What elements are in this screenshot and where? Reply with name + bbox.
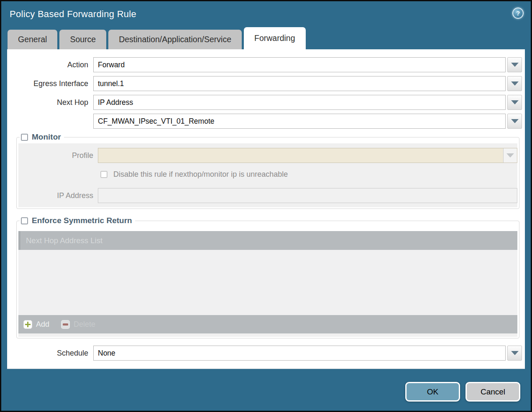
table-toolbar: Add Delete: [18, 315, 517, 333]
monitor-checkbox[interactable]: [21, 134, 28, 141]
dialog-footer: OK Cancel: [405, 382, 520, 402]
ok-button[interactable]: OK: [405, 382, 460, 402]
next-hop-type-select[interactable]: IP Address: [93, 95, 506, 110]
schedule-row: Schedule None: [7, 346, 522, 361]
tab-destination-application-service[interactable]: Destination/Application/Service: [108, 30, 242, 49]
action-value: Forward: [98, 61, 125, 69]
page-title: Policy Based Forwarding Rule: [10, 9, 136, 20]
action-dropdown-button[interactable]: [507, 57, 522, 72]
enforce-symmetric-return-fieldset: Enforce Symmetric Return Next Hop Addres…: [16, 216, 519, 338]
chevron-down-icon: [506, 153, 514, 158]
next-hop-address-list-table: Next Hop Address List Add Delete: [18, 231, 517, 337]
next-hop-address-value: CF_MWAN_IPsec_VTI_01_Remote: [98, 117, 214, 126]
pbf-rule-dialog: Policy Based Forwarding Rule ? General S…: [0, 0, 532, 412]
add-button-disabled: Add: [23, 320, 49, 329]
chevron-down-icon: [511, 81, 519, 86]
titlebar: Policy Based Forwarding Rule: [1, 1, 531, 27]
next-hop-address-dropdown-button[interactable]: [507, 114, 522, 129]
tab-bar: General Source Destination/Application/S…: [1, 27, 531, 49]
next-hop-address-row: CF_MWAN_IPsec_VTI_01_Remote: [7, 114, 522, 129]
enforce-symmetric-return-checkbox[interactable]: [21, 217, 28, 224]
profile-dropdown-button-disabled: [503, 148, 517, 163]
next-hop-label: Next Hop: [7, 98, 93, 107]
forwarding-tab-panel: Action Forward Egress Interface tunnel.1…: [7, 49, 525, 369]
egress-interface-select[interactable]: tunnel.1: [93, 76, 506, 91]
monitor-legend: Monitor: [20, 132, 64, 142]
egress-interface-row: Egress Interface tunnel.1: [7, 76, 522, 91]
egress-interface-dropdown-button[interactable]: [507, 76, 522, 91]
action-label: Action: [7, 61, 93, 69]
help-icon[interactable]: ?: [512, 8, 524, 19]
monitor-ip-address-row: IP Address: [18, 188, 517, 203]
delete-minus-icon: [61, 320, 70, 329]
profile-label: Profile: [18, 151, 98, 160]
chevron-down-icon: [511, 351, 519, 355]
action-select[interactable]: Forward: [93, 57, 506, 72]
delete-button-label: Delete: [74, 320, 95, 329]
profile-select-disabled: [98, 148, 517, 163]
add-plus-icon: [23, 320, 32, 329]
cancel-button[interactable]: Cancel: [466, 382, 520, 402]
disable-rule-row: Disable this rule if nexthop/monitor ip …: [100, 170, 517, 179]
disable-rule-label: Disable this rule if nexthop/monitor ip …: [113, 170, 288, 179]
schedule-label: Schedule: [7, 349, 93, 358]
next-hop-row: Next Hop IP Address: [7, 95, 522, 110]
chevron-down-icon: [511, 100, 519, 104]
egress-interface-value: tunnel.1: [98, 79, 124, 88]
next-hop-dropdown-button[interactable]: [507, 95, 522, 110]
enforce-symmetric-return-legend: Enforce Symmetric Return: [20, 216, 135, 225]
next-hop-address-list-body: [18, 250, 517, 315]
monitor-ip-address-input-disabled: [98, 188, 517, 203]
action-row: Action Forward: [7, 57, 522, 72]
monitor-ip-address-label: IP Address: [18, 191, 98, 200]
schedule-select[interactable]: None: [93, 346, 506, 361]
tab-source[interactable]: Source: [59, 30, 106, 49]
monitor-fieldset: Monitor Profile Disable this rule if nex…: [16, 132, 519, 209]
tab-forwarding[interactable]: Forwarding: [244, 27, 306, 49]
enforce-symmetric-return-label: Enforce Symmetric Return: [32, 216, 132, 225]
egress-interface-label: Egress Interface: [7, 79, 93, 88]
monitor-label: Monitor: [32, 132, 61, 142]
chevron-down-icon: [511, 63, 519, 67]
schedule-value: None: [98, 349, 115, 358]
profile-value: [98, 148, 503, 163]
disable-rule-checkbox-disabled: [100, 171, 107, 178]
next-hop-address-list-header-label: Next Hop Address List: [26, 236, 102, 245]
schedule-dropdown-button[interactable]: [507, 346, 522, 361]
delete-button-disabled: Delete: [61, 320, 95, 329]
next-hop-type-value: IP Address: [98, 98, 133, 107]
add-button-label: Add: [36, 320, 49, 329]
chevron-down-icon: [511, 119, 519, 123]
tab-general[interactable]: General: [8, 30, 57, 49]
profile-row: Profile: [18, 148, 517, 163]
monitor-disabled-area: Profile Disable this rule if nexthop/mon…: [18, 143, 517, 207]
next-hop-address-list-header: Next Hop Address List: [18, 231, 517, 250]
next-hop-address-input[interactable]: CF_MWAN_IPsec_VTI_01_Remote: [93, 114, 506, 129]
